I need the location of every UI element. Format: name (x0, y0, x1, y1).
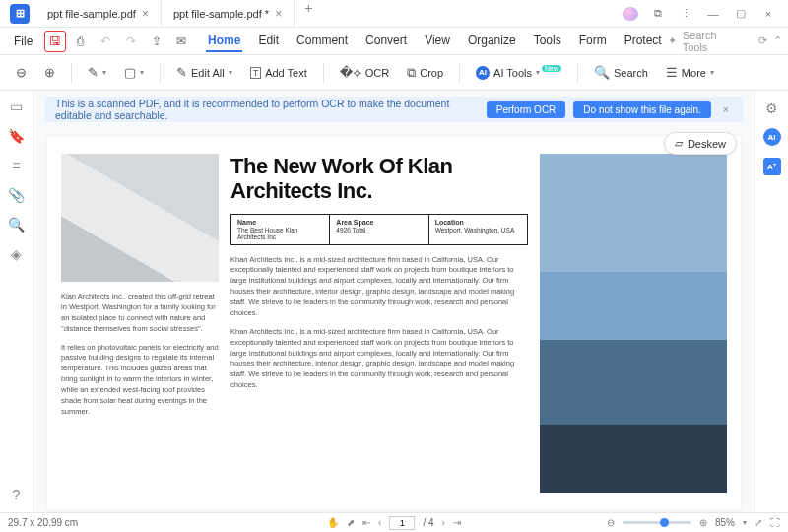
deskew-button[interactable]: ▱ Deskew (664, 132, 737, 155)
doc-info-table: NameThe Best House Klan Architects Inc A… (230, 214, 528, 245)
search-tools[interactable]: ✦ Search Tools ⟳ ⌃ (668, 30, 782, 53)
zoom-in-button[interactable]: ⊕ (38, 62, 61, 83)
main: ▭ 🔖 ≡ 📎 🔍 ◈ ? This is a scanned PDF, and… (0, 91, 788, 512)
doc-paragraph: Klan Architects Inc., created this off-g… (61, 292, 219, 335)
prev-page-icon[interactable]: ‹ (378, 517, 381, 528)
email-icon[interactable]: ✉ (170, 31, 192, 52)
zoom-caret-icon[interactable]: ▾ (743, 518, 747, 527)
search-panel-icon[interactable]: 🔍 (8, 217, 25, 233)
fullscreen-icon[interactable]: ⛶ (770, 517, 780, 528)
crop-button[interactable]: ⧉Crop (401, 62, 449, 84)
menu-comment[interactable]: Comment (295, 31, 350, 52)
left-sidebar: ▭ 🔖 ≡ 📎 🔍 ◈ ? (0, 91, 33, 512)
close-icon[interactable]: × (142, 7, 149, 21)
close-window-icon[interactable]: × (760, 8, 776, 20)
page-nav: ✋ ⬈ ⇤ ‹ / 4 › ⇥ (327, 516, 461, 530)
ai-tools-button[interactable]: AIAI Tools▾New (470, 63, 567, 83)
document-page[interactable]: Klan Architects Inc., created this off-g… (47, 136, 741, 510)
gift-icon[interactable]: ⧉ (650, 7, 666, 20)
last-page-icon[interactable]: ⇥ (453, 517, 461, 528)
table-cell: LocationWestport, Washington, USA (429, 215, 527, 244)
shape-button[interactable]: ▢▾ (118, 62, 150, 83)
sync-icon[interactable]: ⟳ (758, 34, 767, 47)
separator (71, 63, 72, 83)
first-page-icon[interactable]: ⇤ (362, 517, 370, 528)
translate-icon[interactable]: Aᵀ (763, 158, 781, 175)
share-icon[interactable]: ⇪ (146, 31, 167, 52)
maximize-icon[interactable]: ▢ (733, 7, 749, 20)
ai-orb-icon[interactable] (623, 7, 638, 21)
tab-label: ppt file-sample.pdf * (173, 8, 269, 20)
search-button[interactable]: 🔍Search (588, 62, 654, 83)
ocr-button[interactable]: �⟡OCR (334, 62, 395, 84)
highlight-button[interactable]: ✎▾ (82, 62, 112, 83)
table-cell: Area Space4926 Total (330, 215, 428, 244)
layers-icon[interactable]: ◈ (11, 246, 22, 262)
print-icon[interactable]: ⎙ (70, 31, 92, 52)
page-dimensions: 29.7 x 20.99 cm (8, 517, 78, 528)
perform-ocr-button[interactable]: Perform OCR (487, 101, 566, 118)
zoom-out-button[interactable]: ⊖ (10, 62, 33, 83)
doc-paragraph: Khan Architects Inc., is a mid-sized arc… (230, 255, 528, 319)
square-icon: ▢ (124, 65, 136, 80)
more-button[interactable]: ☰More▾ (660, 62, 720, 83)
fit-width-icon[interactable]: ⤢ (755, 517, 762, 528)
minimize-icon[interactable]: — (705, 8, 721, 20)
ai-icon: AI (476, 66, 490, 80)
sparkle-icon: ✦ (668, 34, 677, 47)
toolbar: ⊖ ⊕ ✎▾ ▢▾ ✎Edit All▾ TAdd Text �⟡OCR ⧉Cr… (0, 55, 788, 91)
zoom-out-status-icon[interactable]: ⊖ (607, 517, 615, 528)
doc-left-column: Klan Architects Inc., created this off-g… (61, 154, 219, 493)
ai-panel-icon[interactable]: AI (763, 128, 781, 146)
thumbnails-icon[interactable]: ▭ (10, 99, 23, 114)
settings-icon[interactable]: ⚙ (765, 100, 778, 116)
menu-view[interactable]: View (423, 31, 452, 52)
doc-middle-column: The New Work Of Klan Architects Inc. Nam… (230, 154, 528, 493)
kebab-icon[interactable]: ⋮ (678, 7, 693, 20)
menu-convert[interactable]: Convert (363, 31, 409, 52)
add-text-button[interactable]: TAdd Text (244, 64, 313, 82)
doc-headline: The New Work Of Klan Architects Inc. (230, 154, 528, 204)
menu-form[interactable]: Form (577, 31, 609, 52)
highlight-icon: ✎ (88, 65, 98, 80)
menu-organize[interactable]: Organize (466, 31, 518, 52)
doc-image-right (540, 154, 727, 493)
menu-home[interactable]: Home (206, 31, 242, 52)
edit-all-button[interactable]: ✎Edit All▾ (170, 62, 238, 83)
menu-tools[interactable]: Tools (532, 31, 563, 52)
save-icon[interactable]: 🖫 (44, 31, 66, 52)
tab-strip: ppt file-sample.pdf × ppt file-sample.pd… (35, 0, 322, 27)
attachment-icon[interactable]: 📎 (8, 187, 25, 203)
dismiss-ocr-button[interactable]: Do not show this file again. (573, 101, 711, 118)
document-tab-active[interactable]: ppt file-sample.pdf * × (162, 0, 295, 27)
ribbon-tabs: Home Edit Comment Convert View Organize … (206, 31, 664, 52)
menu-protect[interactable]: Protect (623, 31, 664, 52)
hand-tool-icon[interactable]: ✋ (327, 517, 339, 528)
zoom-in-status-icon[interactable]: ⊕ (699, 517, 707, 528)
page-number-input[interactable] (389, 516, 415, 530)
separator (323, 63, 324, 83)
close-banner-icon[interactable]: × (719, 103, 733, 115)
document-tab[interactable]: ppt file-sample.pdf × (35, 0, 162, 27)
menu-edit[interactable]: Edit (256, 31, 281, 52)
separator (577, 63, 578, 83)
undo-icon[interactable]: ↶ (96, 31, 117, 52)
new-tab-button[interactable]: + (295, 0, 322, 27)
chevron-up-icon[interactable]: ⌃ (773, 34, 782, 47)
zoom-slider[interactable] (623, 521, 691, 524)
ocr-banner: This is a scanned PDF, and it is recomme… (45, 97, 743, 122)
ocr-icon: �⟡ (340, 65, 361, 81)
select-tool-icon[interactable]: ⬈ (347, 517, 355, 528)
search-tools-placeholder: Search Tools (683, 30, 743, 53)
redo-icon[interactable]: ↷ (120, 31, 142, 52)
hamburger-icon: ☰ (666, 65, 678, 80)
statusbar: 29.7 x 20.99 cm ✋ ⬈ ⇤ ‹ / 4 › ⇥ ⊖ ⊕ 85% … (0, 512, 788, 532)
close-icon[interactable]: × (275, 7, 282, 21)
bookmark-icon[interactable]: 🔖 (8, 128, 25, 144)
help-icon[interactable]: ? (13, 487, 21, 502)
next-page-icon[interactable]: › (442, 517, 445, 528)
ocr-message: This is a scanned PDF, and it is recomme… (55, 98, 479, 121)
outline-icon[interactable]: ≡ (12, 158, 20, 173)
file-menu[interactable]: File (6, 34, 40, 48)
deskew-icon: ▱ (675, 137, 683, 150)
